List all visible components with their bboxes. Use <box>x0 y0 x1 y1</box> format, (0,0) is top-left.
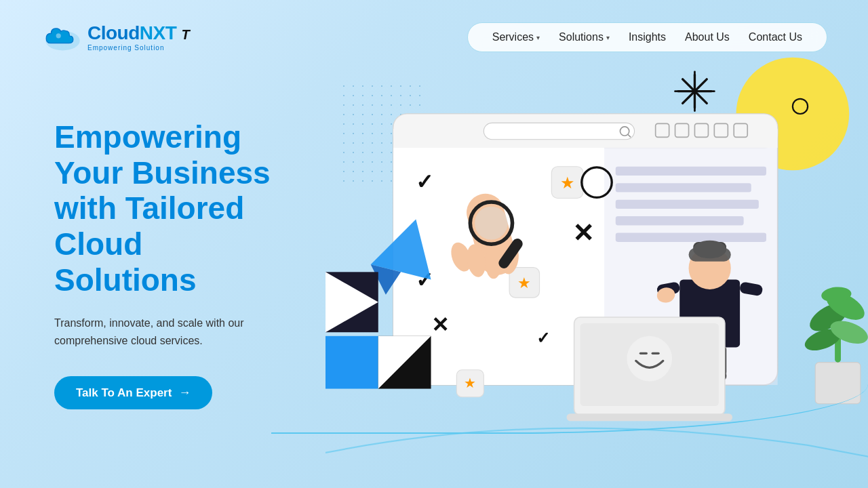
svg-rect-28 <box>616 216 744 225</box>
solutions-chevron-icon: ▾ <box>606 34 610 41</box>
svg-rect-15 <box>484 123 634 139</box>
svg-text:★: ★ <box>517 274 531 291</box>
starburst-decoration <box>675 72 715 111</box>
svg-point-64 <box>627 336 672 382</box>
services-chevron-icon: ▾ <box>536 34 540 41</box>
arrow-right-icon: → <box>178 386 191 400</box>
talk-to-expert-button[interactable]: Talk To An Expert → <box>54 376 212 409</box>
nav-item-contact[interactable]: Contact Us <box>749 31 802 43</box>
svg-rect-26 <box>616 183 751 192</box>
svg-rect-47 <box>326 336 378 389</box>
svg-rect-25 <box>616 167 766 176</box>
logo-area: CloudNXT T Empowering Solution <box>41 22 191 53</box>
svg-rect-27 <box>616 199 759 208</box>
cloud-logo-icon <box>41 22 85 53</box>
svg-text:✕: ✕ <box>431 313 449 337</box>
svg-rect-67 <box>567 413 732 421</box>
logo-text: CloudNXT T Empowering Solution <box>87 24 191 52</box>
svg-point-1 <box>56 33 61 38</box>
logo-wrapper: CloudNXT T Empowering Solution <box>41 22 191 53</box>
brand-name: CloudNXT T <box>87 24 191 43</box>
main-nav: Services ▾ Solutions ▾ Insights About Us… <box>467 22 827 52</box>
svg-text:✕: ✕ <box>572 219 594 247</box>
svg-rect-29 <box>616 232 766 241</box>
svg-point-54 <box>693 240 726 258</box>
hero-title: Empowering Your Business with Tailored C… <box>54 119 271 298</box>
hero-content: Empowering Your Business with Tailored C… <box>0 119 326 410</box>
nav-item-about[interactable]: About Us <box>685 31 730 43</box>
hero-subtitle: Transform, innovate, and scale with our … <box>54 314 271 349</box>
svg-rect-76 <box>815 362 861 403</box>
nav-item-solutions[interactable]: Solutions ▾ <box>559 31 610 43</box>
hero-illustration: ✓ ★ ✕ ✓ ★ ✕ ✓ <box>326 41 868 488</box>
svg-text:✓: ✓ <box>536 329 550 347</box>
header: CloudNXT T Empowering Solution Services … <box>0 0 868 75</box>
brand-tagline: Empowering Solution <box>87 44 191 52</box>
svg-text:★: ★ <box>560 174 575 192</box>
nav-item-insights[interactable]: Insights <box>629 31 666 43</box>
svg-text:★: ★ <box>464 375 476 390</box>
illustration-svg: ✓ ★ ✕ ✓ ★ ✕ ✓ <box>326 46 868 483</box>
nav-item-services[interactable]: Services ▾ <box>492 31 540 43</box>
svg-text:✓: ✓ <box>416 170 433 194</box>
svg-point-74 <box>475 206 508 239</box>
